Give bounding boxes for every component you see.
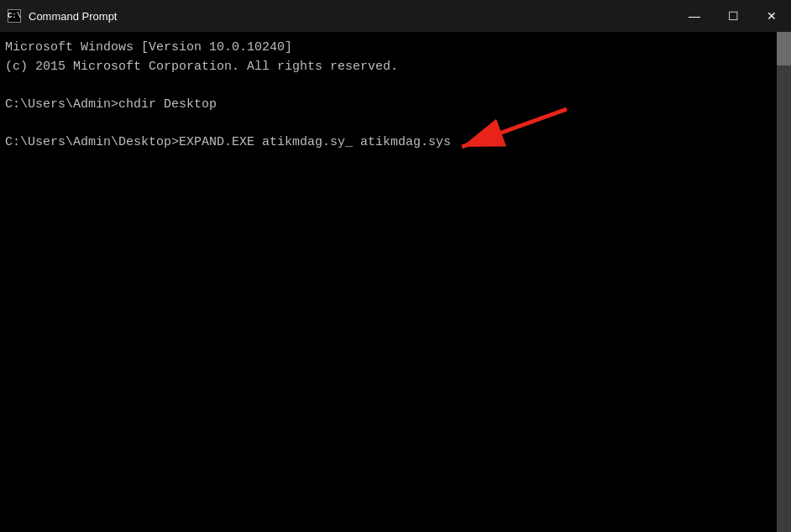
title-bar: C:\ Command Prompt — ☐ ✕ <box>0 0 791 32</box>
terminal-line-2: (c) 2015 Microsoft Corporation. All righ… <box>5 60 398 74</box>
minimize-button[interactable]: — <box>675 0 714 32</box>
terminal-line-4: C:\Users\Admin>chdir Desktop <box>5 97 217 112</box>
app-icon: C:\ <box>7 8 22 23</box>
content-area: Microsoft Windows [Version 10.0.10240] (… <box>0 32 791 532</box>
close-button[interactable]: ✕ <box>752 0 791 32</box>
cmd-window: C:\ Command Prompt — ☐ ✕ Microsoft Windo… <box>0 0 791 532</box>
scrollbar[interactable] <box>777 32 791 532</box>
terminal-line-6: C:\Users\Admin\Desktop>EXPAND.EXE atikmd… <box>5 135 451 149</box>
cmd-icon-graphic: C:\ <box>8 9 21 23</box>
window-controls: — ☐ ✕ <box>675 0 791 32</box>
terminal-output[interactable]: Microsoft Windows [Version 10.0.10240] (… <box>0 32 777 532</box>
terminal-line-1: Microsoft Windows [Version 10.0.10240] <box>5 40 292 55</box>
window-wrapper: C:\ Command Prompt — ☐ ✕ Microsoft Windo… <box>0 0 791 532</box>
scrollbar-thumb[interactable] <box>777 32 791 65</box>
window-title: Command Prompt <box>29 10 675 23</box>
maximize-button[interactable]: ☐ <box>714 0 752 32</box>
